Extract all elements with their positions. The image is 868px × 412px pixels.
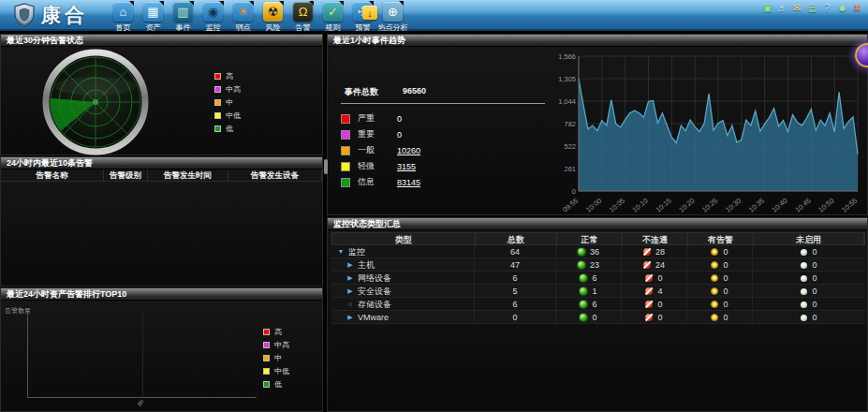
- tray-icon[interactable]: ✉: [792, 3, 802, 13]
- disabled-status-icon: [801, 315, 807, 321]
- svg-text:10:45: 10:45: [793, 197, 812, 214]
- tray-icon[interactable]: ☻: [837, 3, 847, 13]
- nav-item[interactable]: ⊕ 热点分析: [380, 2, 405, 33]
- nav-item[interactable]: ▦ 资产: [140, 2, 166, 33]
- nav-item-label: 告警: [296, 22, 311, 33]
- normal-status-icon: [580, 301, 587, 308]
- severity-swatch: [341, 178, 350, 187]
- severity-count-link[interactable]: 83145: [397, 178, 420, 187]
- expander-icon[interactable]: ▼: [337, 245, 345, 258]
- type-cell: 监控: [348, 245, 365, 258]
- nav-item[interactable]: ◉ 监控: [200, 2, 226, 33]
- legend-swatch: [214, 112, 221, 119]
- nav-item-icon: Ω: [293, 2, 313, 22]
- severity-count-link[interactable]: 0: [397, 130, 402, 140]
- tray-icon[interactable]: ✖: [852, 3, 862, 13]
- monitor-row[interactable]: ▼ 监控 64 36 28 0 0: [331, 245, 865, 258]
- expander-icon[interactable]: ○: [346, 298, 354, 311]
- severity-count-link[interactable]: 0: [397, 114, 402, 124]
- disconnected-cell: 0: [657, 272, 662, 285]
- nav-item[interactable]: ☀ 弱点: [230, 2, 256, 33]
- monitor-table: 类型 总数 正常 不连通 有告警 未启用: [331, 232, 865, 324]
- legend-item: 低: [263, 379, 289, 390]
- nav-item[interactable]: ▥ 事件: [170, 2, 196, 33]
- svg-text:10:35: 10:35: [747, 197, 766, 214]
- panel-monitor-summary: 监控状态类型汇总 类型 总数 正常 不连通 有告警 未启用: [327, 217, 868, 412]
- severity-label: 轻微: [358, 160, 390, 172]
- tray-icon[interactable]: ▣: [762, 3, 772, 13]
- panel-collapse-handle[interactable]: [324, 159, 328, 174]
- nav-item-label: 弱点: [236, 22, 251, 33]
- nav-item-label: 监控: [206, 22, 221, 33]
- type-cell: 网络设备: [358, 272, 391, 285]
- severity-item: 轻微 3155: [341, 160, 545, 172]
- tray-icon[interactable]: ▤: [807, 3, 817, 13]
- column-header: 未启用: [754, 233, 864, 246]
- disabled-status-icon: [801, 275, 807, 282]
- nav-item-label: 热点分析: [378, 22, 408, 33]
- severity-swatch: [341, 114, 350, 124]
- expander-icon[interactable]: ▶: [346, 272, 354, 285]
- type-cell: VMware: [358, 311, 389, 324]
- gridline: [142, 312, 143, 397]
- legend-item: 中高: [214, 84, 241, 95]
- column-header: 正常: [557, 233, 623, 246]
- monitor-row[interactable]: ▶ 网络设备 6 6 0 0 0: [331, 272, 865, 285]
- alarmed-status-icon: [711, 314, 718, 321]
- expander-icon[interactable]: ▶: [346, 311, 354, 324]
- tray-icon[interactable]: ?: [822, 3, 832, 13]
- legend-item: 中: [214, 97, 241, 108]
- shield-logo-icon: [13, 3, 36, 27]
- disconnected-status-icon: [645, 301, 653, 308]
- severity-count-link[interactable]: 3155: [397, 162, 416, 171]
- column-header: 有告警: [688, 233, 754, 246]
- legend-item: 高: [214, 71, 241, 81]
- legend-item: 中高: [263, 340, 289, 350]
- alarmed-status-icon: [711, 287, 718, 295]
- tray-icon[interactable]: ♬: [777, 3, 787, 13]
- svg-text:10:05: 10:05: [608, 197, 626, 214]
- legend-label: 高: [274, 327, 282, 337]
- nav-item-label: 预警: [356, 22, 371, 33]
- legend-item: 中低: [263, 366, 289, 376]
- nav-item-icon: ◉: [203, 2, 223, 22]
- legend-label: 中: [226, 97, 233, 108]
- nav-item[interactable]: ⌂ 首页: [110, 2, 136, 33]
- alarmed-cell: 0: [723, 311, 728, 324]
- nav-item-label: 首页: [116, 22, 131, 33]
- total-cell: 5: [475, 285, 556, 298]
- alarm-table-header: 告警名称 告警级别 告警发生时间 告警发生设备: [1, 169, 322, 182]
- normal-cell: 6: [592, 298, 596, 311]
- monitor-row[interactable]: ▶ 安全设备 5 1 4 0 0: [331, 285, 865, 298]
- nav-item-icon: ▦: [143, 2, 163, 22]
- column-header: 告警发生设备: [228, 169, 322, 182]
- column-header: 不连通: [623, 233, 688, 246]
- nav-item[interactable]: ☢ 风险: [260, 2, 286, 33]
- expander-icon[interactable]: ▶: [346, 258, 354, 272]
- legend-item: 中低: [214, 110, 241, 121]
- severity-count-link[interactable]: 10260: [397, 146, 420, 155]
- nav-item-icon: ✓: [323, 2, 343, 22]
- severity-swatch: [341, 146, 350, 155]
- legend-swatch: [214, 99, 221, 106]
- download-button[interactable]: ↓: [362, 6, 377, 20]
- monitor-row[interactable]: ▶ VMware 0 0 0 0 0: [331, 311, 865, 324]
- legend-swatch: [263, 329, 270, 335]
- monitor-row[interactable]: ○ 存储设备 6 6 0 0 0: [331, 298, 865, 311]
- svg-text:10:25: 10:25: [700, 197, 719, 214]
- expander-icon[interactable]: ▶: [346, 285, 354, 298]
- legend-swatch: [263, 355, 270, 361]
- disconnected-cell: 4: [657, 285, 662, 298]
- column-header: 告警发生时间: [148, 169, 228, 182]
- total-cell: 6: [475, 272, 556, 285]
- nav-item[interactable]: ✓ 规则: [320, 2, 346, 33]
- disabled-status-icon: [801, 262, 807, 269]
- nav-item-label: 事件: [176, 22, 191, 33]
- column-header: 告警名称: [1, 169, 104, 182]
- panel-title: 最近30分钟告警状态: [1, 35, 322, 47]
- monitor-row[interactable]: ▶ 主机 47 23 24 0 0: [331, 258, 865, 272]
- disconnected-cell: 0: [657, 298, 662, 311]
- nav-item[interactable]: Ω 告警: [290, 2, 316, 33]
- type-cell: 主机: [358, 258, 375, 272]
- total-cell: 47: [475, 258, 556, 272]
